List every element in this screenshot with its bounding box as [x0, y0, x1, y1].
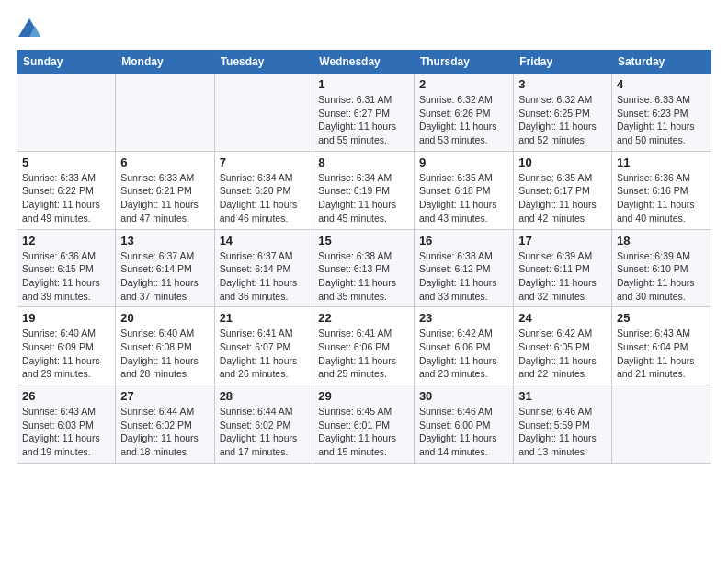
- weekday-header-saturday: Saturday: [611, 51, 711, 74]
- calendar-cell: 16Sunrise: 6:38 AM Sunset: 6:12 PM Dayli…: [414, 229, 513, 307]
- calendar-cell: 23Sunrise: 6:42 AM Sunset: 6:06 PM Dayli…: [414, 307, 513, 385]
- day-number: 2: [419, 77, 508, 91]
- day-info: Sunrise: 6:43 AM Sunset: 6:04 PM Dayligh…: [617, 327, 706, 381]
- calendar-cell: [116, 74, 214, 152]
- day-info: Sunrise: 6:39 AM Sunset: 6:11 PM Dayligh…: [518, 249, 607, 304]
- day-number: 10: [518, 155, 607, 169]
- calendar-cell: 19Sunrise: 6:40 AM Sunset: 6:09 PM Dayli…: [17, 307, 116, 385]
- header: [17, 15, 711, 42]
- day-info: Sunrise: 6:33 AM Sunset: 6:21 PM Dayligh…: [120, 171, 209, 225]
- day-number: 25: [617, 311, 706, 325]
- calendar-cell: 11Sunrise: 6:36 AM Sunset: 6:16 PM Dayli…: [611, 151, 711, 229]
- calendar-cell: 9Sunrise: 6:35 AM Sunset: 6:18 PM Daylig…: [414, 151, 513, 229]
- day-info: Sunrise: 6:45 AM Sunset: 6:01 PM Dayligh…: [318, 405, 409, 459]
- day-number: 17: [518, 234, 607, 247]
- day-info: Sunrise: 6:44 AM Sunset: 6:02 PM Dayligh…: [120, 405, 209, 459]
- calendar-cell: 10Sunrise: 6:35 AM Sunset: 6:17 PM Dayli…: [514, 151, 612, 229]
- day-number: 20: [120, 311, 209, 325]
- day-number: 5: [22, 155, 110, 169]
- weekday-header-row: SundayMondayTuesdayWednesdayThursdayFrid…: [17, 51, 711, 74]
- weekday-header-wednesday: Wednesday: [313, 51, 415, 74]
- weekday-header-friday: Friday: [514, 51, 612, 74]
- day-info: Sunrise: 6:38 AM Sunset: 6:12 PM Dayligh…: [419, 249, 508, 304]
- calendar-cell: 24Sunrise: 6:42 AM Sunset: 6:05 PM Dayli…: [514, 307, 612, 385]
- day-info: Sunrise: 6:46 AM Sunset: 6:00 PM Dayligh…: [419, 405, 508, 459]
- calendar-cell: 31Sunrise: 6:46 AM Sunset: 5:59 PM Dayli…: [514, 385, 612, 464]
- calendar-cell: 21Sunrise: 6:41 AM Sunset: 6:07 PM Dayli…: [214, 307, 313, 385]
- calendar-cell: 7Sunrise: 6:34 AM Sunset: 6:20 PM Daylig…: [214, 151, 313, 229]
- day-number: 22: [318, 311, 409, 325]
- day-number: 6: [120, 155, 209, 169]
- weekday-header-monday: Monday: [116, 51, 214, 74]
- calendar-cell: [214, 74, 313, 152]
- calendar-cell: 4Sunrise: 6:33 AM Sunset: 6:23 PM Daylig…: [611, 74, 711, 152]
- day-number: 13: [120, 234, 209, 247]
- page: SundayMondayTuesdayWednesdayThursdayFrid…: [0, 0, 728, 563]
- calendar-table: SundayMondayTuesdayWednesdayThursdayFrid…: [17, 50, 711, 464]
- day-number: 15: [318, 234, 409, 247]
- day-info: Sunrise: 6:38 AM Sunset: 6:13 PM Dayligh…: [318, 249, 409, 304]
- day-info: Sunrise: 6:39 AM Sunset: 6:10 PM Dayligh…: [617, 249, 706, 304]
- day-info: Sunrise: 6:41 AM Sunset: 6:07 PM Dayligh…: [220, 327, 309, 381]
- day-number: 3: [518, 77, 607, 91]
- calendar-week-2: 5Sunrise: 6:33 AM Sunset: 6:22 PM Daylig…: [17, 151, 711, 229]
- calendar-cell: 28Sunrise: 6:44 AM Sunset: 6:02 PM Dayli…: [214, 385, 313, 464]
- day-info: Sunrise: 6:46 AM Sunset: 5:59 PM Dayligh…: [518, 405, 607, 459]
- calendar-cell: [17, 74, 116, 152]
- weekday-header-thursday: Thursday: [414, 51, 513, 74]
- calendar-cell: 15Sunrise: 6:38 AM Sunset: 6:13 PM Dayli…: [313, 229, 415, 307]
- calendar-cell: 2Sunrise: 6:32 AM Sunset: 6:26 PM Daylig…: [414, 74, 513, 152]
- day-info: Sunrise: 6:31 AM Sunset: 6:27 PM Dayligh…: [318, 93, 409, 147]
- calendar-cell: 17Sunrise: 6:39 AM Sunset: 6:11 PM Dayli…: [514, 229, 612, 307]
- calendar-cell: 25Sunrise: 6:43 AM Sunset: 6:04 PM Dayli…: [611, 307, 711, 385]
- logo-icon: [17, 17, 42, 42]
- calendar-cell: 1Sunrise: 6:31 AM Sunset: 6:27 PM Daylig…: [313, 74, 415, 152]
- calendar-cell: 18Sunrise: 6:39 AM Sunset: 6:10 PM Dayli…: [611, 229, 711, 307]
- calendar-cell: 22Sunrise: 6:41 AM Sunset: 6:06 PM Dayli…: [313, 307, 415, 385]
- day-number: 9: [419, 155, 508, 169]
- day-info: Sunrise: 6:43 AM Sunset: 6:03 PM Dayligh…: [22, 405, 110, 459]
- day-info: Sunrise: 6:36 AM Sunset: 6:16 PM Dayligh…: [617, 171, 706, 225]
- calendar-cell: 8Sunrise: 6:34 AM Sunset: 6:19 PM Daylig…: [313, 151, 415, 229]
- calendar-cell: 30Sunrise: 6:46 AM Sunset: 6:00 PM Dayli…: [414, 385, 513, 464]
- day-info: Sunrise: 6:35 AM Sunset: 6:17 PM Dayligh…: [518, 171, 607, 225]
- day-number: 23: [419, 311, 508, 325]
- day-info: Sunrise: 6:40 AM Sunset: 6:08 PM Dayligh…: [120, 327, 209, 381]
- calendar-body: 1Sunrise: 6:31 AM Sunset: 6:27 PM Daylig…: [17, 74, 711, 464]
- logo: [17, 15, 44, 42]
- day-info: Sunrise: 6:40 AM Sunset: 6:09 PM Dayligh…: [22, 327, 110, 381]
- calendar-cell: 5Sunrise: 6:33 AM Sunset: 6:22 PM Daylig…: [17, 151, 116, 229]
- day-info: Sunrise: 6:32 AM Sunset: 6:25 PM Dayligh…: [518, 93, 607, 147]
- calendar-cell: 12Sunrise: 6:36 AM Sunset: 6:15 PM Dayli…: [17, 229, 116, 307]
- calendar-cell: [611, 385, 711, 464]
- day-number: 14: [220, 234, 309, 247]
- weekday-header-tuesday: Tuesday: [214, 51, 313, 74]
- day-info: Sunrise: 6:34 AM Sunset: 6:19 PM Dayligh…: [318, 171, 409, 225]
- day-number: 28: [220, 389, 309, 403]
- calendar-cell: 27Sunrise: 6:44 AM Sunset: 6:02 PM Dayli…: [116, 385, 214, 464]
- calendar-cell: 3Sunrise: 6:32 AM Sunset: 6:25 PM Daylig…: [514, 74, 612, 152]
- day-number: 29: [318, 389, 409, 403]
- day-number: 30: [419, 389, 508, 403]
- calendar-week-4: 19Sunrise: 6:40 AM Sunset: 6:09 PM Dayli…: [17, 307, 711, 385]
- day-info: Sunrise: 6:33 AM Sunset: 6:23 PM Dayligh…: [617, 93, 706, 147]
- day-number: 4: [617, 77, 706, 91]
- calendar-week-3: 12Sunrise: 6:36 AM Sunset: 6:15 PM Dayli…: [17, 229, 711, 307]
- day-info: Sunrise: 6:41 AM Sunset: 6:06 PM Dayligh…: [318, 327, 409, 381]
- day-number: 21: [220, 311, 309, 325]
- day-number: 11: [617, 155, 706, 169]
- day-number: 8: [318, 155, 409, 169]
- day-number: 31: [518, 389, 607, 403]
- calendar-week-1: 1Sunrise: 6:31 AM Sunset: 6:27 PM Daylig…: [17, 74, 711, 152]
- day-info: Sunrise: 6:33 AM Sunset: 6:22 PM Dayligh…: [22, 171, 110, 225]
- weekday-header-sunday: Sunday: [17, 51, 116, 74]
- day-number: 18: [617, 234, 706, 247]
- day-number: 7: [220, 155, 309, 169]
- day-number: 12: [22, 234, 110, 247]
- calendar-week-5: 26Sunrise: 6:43 AM Sunset: 6:03 PM Dayli…: [17, 385, 711, 464]
- day-info: Sunrise: 6:35 AM Sunset: 6:18 PM Dayligh…: [419, 171, 508, 225]
- day-info: Sunrise: 6:34 AM Sunset: 6:20 PM Dayligh…: [220, 171, 309, 225]
- calendar-cell: 6Sunrise: 6:33 AM Sunset: 6:21 PM Daylig…: [116, 151, 214, 229]
- day-number: 27: [120, 389, 209, 403]
- calendar-cell: 29Sunrise: 6:45 AM Sunset: 6:01 PM Dayli…: [313, 385, 415, 464]
